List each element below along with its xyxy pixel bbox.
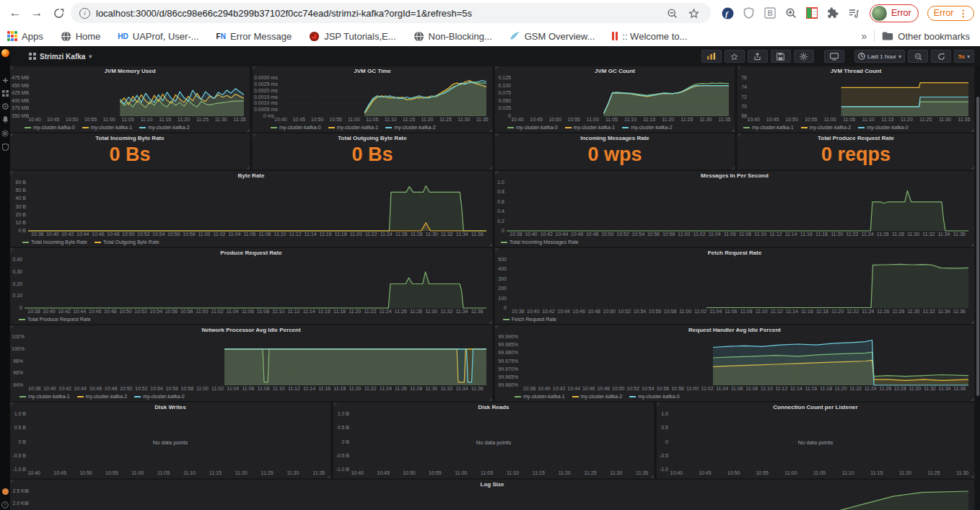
vertical-scrollbar[interactable] xyxy=(976,66,980,510)
chart-legend[interactable]: my-cluster-kafka-1my-cluster-kafka-2my-c… xyxy=(515,393,680,400)
chart-legend[interactable]: Fetch Request Rate xyxy=(503,316,556,322)
chart-legend[interactable]: my-cluster-kafka-1my-cluster-kafka-2my-c… xyxy=(743,124,909,131)
b-extension-icon[interactable]: B xyxy=(763,6,777,20)
bookmark-apps[interactable]: Apps xyxy=(7,31,43,42)
panel-title[interactable]: Network Processor Avg Idle Percent xyxy=(10,325,492,335)
back-button[interactable]: ← xyxy=(6,4,25,22)
panel-title[interactable]: Disk Reads xyxy=(333,403,654,412)
chart-fetch-request-rate[interactable]: 500400300200100010:3810:4010:4210:4410:4… xyxy=(496,258,973,322)
panel-title[interactable]: JVM GC Count xyxy=(495,66,735,76)
chart-jvm-thread-count[interactable]: 767472706810:4010:4510:5010:5511:0011:05… xyxy=(739,76,973,131)
panel-title[interactable]: JVM GC Time xyxy=(253,66,492,76)
scrollbar-thumb[interactable] xyxy=(976,97,979,396)
panel-title[interactable]: Request Handler Avg Idle Percent xyxy=(495,325,974,335)
browser-menu-chip[interactable]: Error ⋮ xyxy=(927,6,974,21)
bookmark-uaprof[interactable]: HD UAProf, User-... xyxy=(118,31,198,42)
explore-icon[interactable] xyxy=(2,103,9,110)
chart-produce-request-rate[interactable]: 0.400.300.200.10010:3810:4010:4210:4410:… xyxy=(12,258,491,322)
dashboard-grid: JVM Memory Used 475 MB450 MB425 MB400 MB… xyxy=(10,66,976,510)
extensions-puzzle-icon[interactable] xyxy=(826,6,840,20)
chart-request-handler-avg-idle[interactable]: 99.990%99.985%99.980%99.975%99.970%99.96… xyxy=(496,335,973,400)
panel-title[interactable]: Total Outgoing Byte Rate xyxy=(253,133,492,143)
dashboard-title-group[interactable]: Strimzi Kafka ▾ xyxy=(29,53,92,61)
refresh-interval-picker[interactable]: 5s ▾ xyxy=(954,50,974,63)
fedora-extension-icon[interactable]: f xyxy=(721,6,735,20)
other-bookmarks[interactable]: Other bookmarks xyxy=(882,31,970,42)
panel-title[interactable]: Byte Rate xyxy=(10,171,492,180)
panel-title[interactable]: Disk Writes xyxy=(10,403,331,412)
dashboards-icon[interactable] xyxy=(2,90,9,97)
panel-title[interactable]: Total Produce Request Rate xyxy=(738,133,974,143)
help-icon[interactable]: ? xyxy=(1,501,9,509)
url-bar[interactable]: i localhost:3000/d/86cc98e66c294b299b371… xyxy=(71,3,711,23)
panel-title[interactable]: Connection Count per Listener xyxy=(657,403,974,412)
server-admin-shield-icon[interactable] xyxy=(2,144,9,151)
panel-connection-count-per-listener: Connection Count per Listener 1.00.50-0.… xyxy=(657,403,974,478)
star-dashboard-button[interactable] xyxy=(725,50,745,63)
chart-disk-reads[interactable]: 1.0 B0.5 B0 B-0.5 B-1.0 B10:4010:4510:50… xyxy=(335,412,652,477)
panel-title[interactable]: Produce Request Rate xyxy=(10,248,492,258)
share-dashboard-button[interactable] xyxy=(748,50,768,63)
chart-network-processor-avg-idle[interactable]: 102%100%98%96%94%10:3810:4010:4210:4410:… xyxy=(12,335,491,400)
chart-jvm-gc-time[interactable]: 0.0030 ms0.0025 ms0.0020 ms0.0015 ms0.00… xyxy=(254,76,491,131)
bookmark-home[interactable]: Home xyxy=(61,31,101,42)
panel-title[interactable]: Fetch Request Rate xyxy=(495,248,974,258)
profile-chip[interactable]: Error xyxy=(870,4,919,22)
chart-legend[interactable]: my-cluster-kafka-0my-cluster-kafka-1my-c… xyxy=(25,124,190,131)
bookmark-star-icon[interactable] xyxy=(686,8,702,19)
add-panel-button[interactable] xyxy=(701,50,722,63)
chart-connection-count-per-listener[interactable]: 1.00.50-0.5-1.010:4010:4510:5010:5511:00… xyxy=(658,412,973,477)
panel-title[interactable]: Messages In Per Second xyxy=(495,171,974,180)
chart-legend[interactable]: my-cluster-kafka-1my-cluster-kafka-2my-c… xyxy=(19,393,185,400)
bookmarks-overflow-chevron[interactable]: » xyxy=(862,30,867,42)
cycle-view-button[interactable] xyxy=(824,50,844,63)
search-plus-extension-icon[interactable] xyxy=(784,6,798,20)
configuration-gear-icon[interactable] xyxy=(1,130,9,137)
bookmark-welcome[interactable]: :: Welcome to... xyxy=(612,31,687,42)
reload-button[interactable] xyxy=(49,4,68,22)
gear-icon xyxy=(800,53,808,61)
playlist-extension-icon[interactable] xyxy=(846,6,861,20)
time-range-label: Last 1 hour xyxy=(867,53,896,60)
panel-title[interactable]: JVM Thread Count xyxy=(738,66,974,76)
svg-text:B: B xyxy=(767,9,772,17)
chart-disk-writes[interactable]: 1.0 B0.5 B0 B-0.5 B-1.0 B10:4010:4510:50… xyxy=(12,412,329,477)
grafana-logo[interactable] xyxy=(1,49,9,57)
sheets-extension-icon[interactable] xyxy=(805,6,819,20)
chart-jvm-memory-used[interactable]: 475 MB450 MB425 MB400 MB375 MB350 MB10:4… xyxy=(12,76,248,131)
chart-jvm-gc-count[interactable]: 0.1250.1000.0750.0500.025010:4010:4510:5… xyxy=(496,76,733,131)
add-icon[interactable] xyxy=(2,77,9,84)
chart-messages-in-per-second[interactable]: 1.00.80.60.40.2010:3810:4010:4210:4410:4… xyxy=(496,180,973,245)
panel-messages-in-per-second: Messages In Per Second 1.00.80.60.40.201… xyxy=(495,171,974,247)
bookmark-jsp-tutorials[interactable]: JSP Tutorials,E... xyxy=(309,31,395,42)
chart-legend[interactable]: my-cluster-kafka-0my-cluster-kafka-1my-c… xyxy=(271,124,436,131)
zoom-out-page-icon[interactable] xyxy=(665,8,681,19)
dashboard-title[interactable]: Strimzi Kafka xyxy=(40,53,85,61)
chart-legend[interactable]: Total Produce Request Rate xyxy=(19,316,91,322)
alerting-bell-icon[interactable] xyxy=(2,116,9,123)
panel-title[interactable]: Incoming Messages Rate xyxy=(495,133,735,143)
panel-jvm-gc-count: JVM GC Count 0.1250.1000.0750.0500.02501… xyxy=(495,66,735,132)
refresh-button[interactable] xyxy=(931,50,951,63)
page-info-icon[interactable]: i xyxy=(79,8,90,19)
chart-byte-rate[interactable]: 60 B50 B40 B30 B20 B10 B0 B10:3810:4010:… xyxy=(12,180,491,245)
panel-title[interactable]: Log Size xyxy=(10,480,974,489)
dashboard-settings-button[interactable] xyxy=(794,50,814,63)
bookmark-error-message[interactable]: FN Error Message xyxy=(216,31,292,42)
bookmark-gsm-overview[interactable]: GSM Overview... xyxy=(509,31,595,42)
url-text[interactable]: localhost:3000/d/86cc98e66c294b299b37102… xyxy=(96,8,659,19)
zoom-out-time-button[interactable] xyxy=(908,50,928,63)
forward-button[interactable]: → xyxy=(27,4,46,22)
save-dashboard-button[interactable] xyxy=(771,50,791,63)
shield-extension-icon[interactable] xyxy=(742,6,756,20)
panel-jvm-memory-used: JVM Memory Used 475 MB450 MB425 MB400 MB… xyxy=(10,66,250,132)
bookmark-non-blocking[interactable]: Non-Blocking... xyxy=(414,31,492,42)
panel-title[interactable]: Total Incoming Byte Rate xyxy=(10,133,250,143)
chart-legend[interactable]: Total Incoming Messages Rate xyxy=(501,239,579,245)
chart-legend[interactable]: Total Incoming Byte RateTotal Outgoing B… xyxy=(22,239,159,245)
user-avatar[interactable] xyxy=(2,488,9,495)
time-range-picker[interactable]: Last 1 hour ▾ xyxy=(854,50,905,63)
panel-title[interactable]: JVM Memory Used xyxy=(10,66,250,76)
chart-log-size[interactable]: 2.5 KiB2.0 KiB1.5 KiB1.0 KiB0.5 KiB0 B xyxy=(12,489,973,510)
chart-legend[interactable]: my-cluster-kafka-0my-cluster-kafka-1my-c… xyxy=(507,124,673,131)
